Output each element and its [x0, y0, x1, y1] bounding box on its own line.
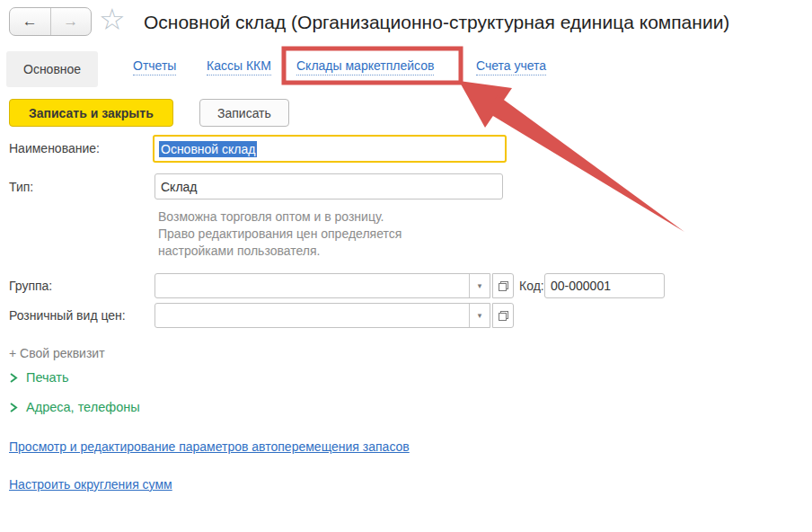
section-print-label: Печать — [26, 370, 69, 385]
name-input[interactable]: Основной склад — [153, 135, 507, 163]
type-hint-line: Право редактирования цен определяется — [158, 226, 402, 243]
group-field-label: Группа: — [9, 279, 52, 293]
rounding-settings-link[interactable]: Настроить округления сумм — [9, 477, 172, 492]
add-custom-attribute-link[interactable]: + Свой реквизит — [9, 346, 105, 360]
chevron-right-icon — [9, 372, 18, 384]
name-input-selected-text: Основной склад — [159, 141, 257, 157]
retail-price-open-button[interactable] — [492, 303, 514, 328]
history-nav-group: ← → — [9, 7, 92, 36]
page-title: Основной склад (Организационно-структурн… — [144, 12, 729, 33]
tab-marketplace-warehouses[interactable]: Склады маркетплейсов — [296, 58, 434, 75]
open-list-icon — [498, 280, 509, 292]
group-combo: ▾ — [154, 273, 514, 298]
warehouse-form-window: ← → ☆ Основной склад (Организационно-стр… — [0, 0, 812, 532]
chevron-right-icon — [9, 402, 18, 413]
code-field-label: Код: — [519, 279, 544, 293]
annotation-arrow-head — [459, 81, 512, 128]
name-field-label: Наименование: — [9, 141, 100, 155]
annotation-arrow-shaft — [487, 95, 685, 232]
forward-arrow-icon: → — [63, 13, 78, 31]
save-and-close-button[interactable]: Записать и закрыть — [9, 99, 173, 127]
type-hint-line: настройками пользователя. — [158, 243, 402, 260]
retail-price-kind-label: Розничный вид цен: — [9, 308, 126, 323]
type-field-label: Тип: — [9, 180, 33, 194]
group-open-button[interactable] — [492, 273, 514, 298]
forward-button[interactable]: → — [51, 8, 92, 35]
group-dropdown-arrow-icon[interactable]: ▾ — [469, 274, 490, 297]
retail-price-kind-input[interactable]: ▾ — [154, 303, 490, 328]
retail-price-kind-combo: ▾ — [154, 303, 514, 328]
tab-kkm-cash-registers[interactable]: Кассы ККМ — [207, 58, 271, 75]
tab-main[interactable]: Основное — [6, 51, 98, 87]
save-button[interactable]: Записать — [199, 99, 289, 127]
section-addresses-label: Адреса, телефоны — [26, 400, 140, 414]
tab-reports[interactable]: Отчеты — [133, 58, 176, 75]
type-hint-line: Возможна торговля оптом и в розницу. — [158, 208, 402, 226]
group-input[interactable]: ▾ — [154, 273, 490, 298]
code-input[interactable]: 00-000001 — [544, 273, 665, 298]
section-print[interactable]: Печать — [9, 370, 69, 385]
section-addresses-phones[interactable]: Адреса, телефоны — [9, 400, 140, 414]
back-button[interactable]: ← — [10, 8, 51, 35]
auto-transfer-settings-link[interactable]: Просмотр и редактирование параметров авт… — [9, 439, 410, 454]
type-input[interactable]: Склад — [154, 173, 503, 200]
tab-accounting-accounts[interactable]: Счета учета — [476, 58, 546, 75]
retail-price-dropdown-arrow-icon[interactable]: ▾ — [469, 304, 490, 327]
type-hint-text: Возможна торговля оптом и в розницу. Пра… — [158, 208, 402, 260]
open-list-icon — [498, 310, 509, 322]
back-arrow-icon: ← — [22, 13, 38, 31]
favorite-star-icon[interactable]: ☆ — [99, 2, 126, 38]
